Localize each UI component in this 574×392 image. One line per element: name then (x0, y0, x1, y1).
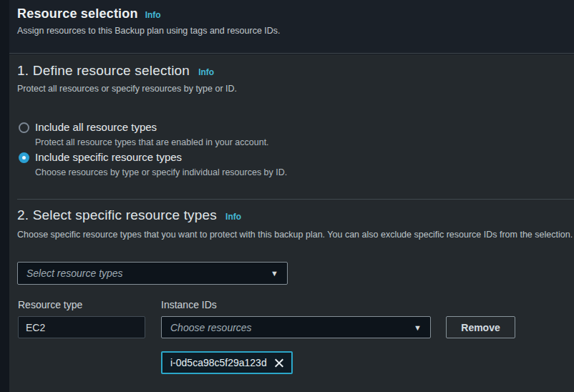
section1-info-link[interactable]: Info (198, 67, 214, 77)
instance-token: i-0d5ca98c5f29a123d (161, 351, 293, 374)
page-title: Resource selection (17, 6, 138, 21)
radio-label[interactable]: Include all resource types (35, 121, 269, 133)
remove-button[interactable]: Remove (446, 316, 515, 338)
chevron-down-icon: ▼ (414, 323, 422, 332)
close-icon[interactable] (274, 358, 284, 368)
chevron-down-icon: ▼ (271, 269, 278, 278)
resource-type-field[interactable]: EC2 (18, 316, 145, 338)
section2-heading: 2. Select specific resource types (17, 207, 217, 223)
radio-unselected-icon[interactable] (19, 122, 29, 133)
instance-token-value: i-0d5ca98c5f29a123d (170, 357, 267, 368)
radio-label[interactable]: Include specific resource types (35, 151, 287, 163)
left-gutter (0, 0, 9, 392)
section2-heading-row: 2. Select specific resource types Info (17, 207, 241, 223)
section1-heading: 1. Define resource selection (17, 63, 190, 79)
panel-info-link[interactable]: Info (145, 10, 161, 20)
resource-type-label: Resource type (18, 299, 82, 310)
section2-description: Choose specific resource types that you … (17, 230, 573, 240)
section1-heading-row: 1. Define resource selection Info (17, 63, 214, 79)
panel-title-row: Resource selection Info (17, 6, 161, 21)
instance-ids-label: Instance IDs (161, 299, 217, 310)
radio-option-include-specific[interactable]: Include specific resource types Choose r… (19, 151, 287, 177)
content-area: 1. Define resource selection Info Protec… (9, 54, 574, 392)
section2-info-link[interactable]: Info (225, 212, 241, 222)
instance-ids-placeholder: Choose resources (170, 322, 408, 333)
section1-description: Protect all resources or specify resourc… (17, 84, 237, 94)
panel-subtitle: Assign resources to this Backup plan usi… (17, 26, 281, 36)
resource-selection-header: Resource selection Info Assign resources… (9, 0, 574, 54)
radio-description: Protect all resource types that are enab… (35, 137, 269, 147)
section-divider (17, 199, 574, 200)
radio-description: Choose resources by type or specify indi… (35, 167, 287, 177)
resource-types-select[interactable]: Select resource types ▼ (17, 262, 288, 285)
resource-types-placeholder: Select resource types (26, 268, 265, 279)
instance-ids-select[interactable]: Choose resources ▼ (161, 316, 431, 338)
radio-selected-icon[interactable] (19, 152, 29, 163)
radio-option-include-all[interactable]: Include all resource types Protect all r… (19, 121, 269, 147)
